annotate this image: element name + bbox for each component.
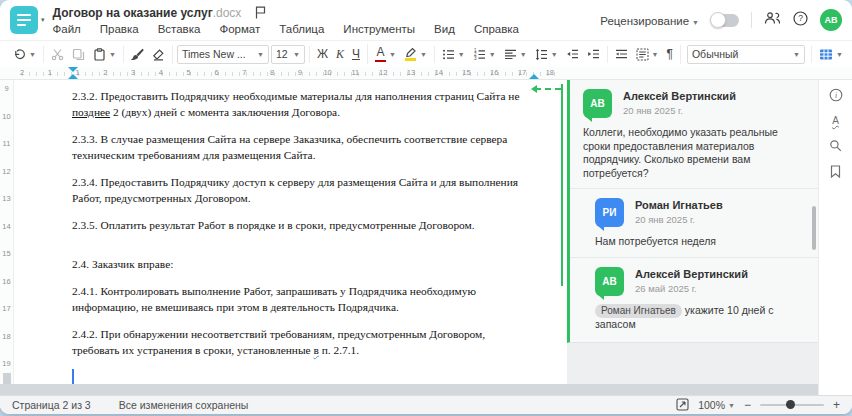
italic-button[interactable]: К: [333, 46, 347, 63]
highlight-color-button[interactable]: ▼: [401, 45, 430, 63]
menu-item-инструменты[interactable]: Инструменты: [343, 23, 415, 35]
comment-reply[interactable]: АВАлексей Вертинский26 май 2025 г.Роман …: [570, 257, 818, 340]
app-menu-caret-icon[interactable]: ▾: [41, 16, 45, 24]
favorite-flag-icon[interactable]: [255, 6, 266, 19]
ruler-number: 6: [210, 68, 222, 77]
chevron-down-icon: ▼: [520, 51, 527, 58]
comment-reply[interactable]: РИРоман Игнатьев20 янв 2025 г.Нам потреб…: [570, 188, 818, 257]
search-icon[interactable]: [829, 139, 842, 152]
paragraph-style-select[interactable]: Обычный▼: [687, 45, 805, 64]
comments-scrollbar[interactable]: [812, 206, 816, 250]
ruler-number: 12: [0, 167, 13, 176]
review-toggle[interactable]: [711, 14, 739, 27]
menu-item-вид[interactable]: Вид: [434, 23, 455, 35]
document-paragraph[interactable]: 2.3.5. Оплатить результат Работ в порядк…: [72, 217, 533, 233]
ruler-number: 2: [16, 68, 28, 77]
underline-button[interactable]: Ч: [349, 46, 363, 63]
review-mode-dropdown[interactable]: Рецензирование▼: [600, 11, 699, 29]
fit-page-icon[interactable]: [676, 398, 689, 413]
ruler-number: 11: [349, 68, 361, 77]
comment-thread[interactable]: АВАлексей Вертинский20 янв 2025 г.Коллег…: [567, 80, 818, 343]
user-avatar[interactable]: АВ: [820, 9, 842, 31]
left-indent-marker[interactable]: [68, 74, 78, 79]
table-button[interactable]: ▼: [816, 46, 846, 63]
ruler-number: 13: [0, 194, 13, 203]
numbered-list-button[interactable]: 123▼: [470, 46, 499, 63]
zoom-out-button[interactable]: −: [744, 398, 751, 412]
document-paragraph[interactable]: 2.3.4. Предоставить Подрядчику доступ к …: [72, 174, 533, 206]
copy-style-button[interactable]: [128, 46, 147, 63]
first-line-indent-marker[interactable]: [68, 67, 78, 72]
app-logo-icon[interactable]: [10, 6, 38, 34]
clear-style-button[interactable]: [149, 46, 168, 63]
vertical-ruler[interactable]: 91011121314151617181920: [0, 80, 14, 395]
save-status: Все изменения сохранены: [119, 399, 249, 411]
bullet-list-button[interactable]: ▼: [439, 46, 468, 63]
ruler-number: 16: [0, 277, 13, 286]
comment[interactable]: АВАлексей Вертинский20 янв 2025 г.Коллег…: [570, 80, 818, 188]
spellcheck-icon[interactable]: А: [832, 115, 839, 126]
chevron-down-icon: ▼: [793, 51, 800, 58]
undo-button[interactable]: ▼: [10, 46, 39, 63]
font-name-select[interactable]: Times New ...▼: [177, 45, 269, 64]
collaboration-users-icon[interactable]: [764, 11, 781, 29]
align-button[interactable]: ▼: [501, 46, 530, 63]
document-extension: .docx: [213, 6, 242, 20]
ruler-number: 14: [433, 68, 445, 77]
comment-text: Нам потребуется неделя: [595, 235, 806, 249]
zoom-in-button[interactable]: +: [833, 398, 840, 412]
comment-text: Коллеги, необходимо указать реальные сро…: [583, 126, 806, 180]
page-indicator[interactable]: Страница 2 из 3: [12, 399, 91, 411]
ruler-number: 9: [0, 84, 13, 93]
info-icon[interactable]: i: [829, 88, 843, 102]
line-spacing-button[interactable]: ▼: [532, 46, 561, 63]
document-page[interactable]: 2.3.2. Предоставить Подрядчику необходим…: [14, 80, 567, 395]
svg-text:i: i: [834, 91, 836, 100]
menu-item-вставка[interactable]: Вставка: [158, 23, 201, 35]
decrease-indent-button[interactable]: [563, 46, 582, 63]
menu-item-правка[interactable]: Правка: [100, 23, 139, 35]
zoom-slider[interactable]: [760, 404, 824, 406]
font-color-button[interactable]: А▼: [372, 44, 399, 65]
paste-button[interactable]: ▼: [90, 46, 119, 63]
comment-author: Роман Игнатьев: [635, 199, 723, 211]
chevron-down-icon: ▼: [257, 51, 264, 58]
document-paragraph[interactable]: 2.4.1. Контролировать выполнение Работ, …: [72, 283, 533, 315]
comment-avatar: АВ: [595, 267, 624, 296]
document-paragraph[interactable]: 2.4. Заказчик вправе:: [72, 256, 533, 272]
menu-item-таблица[interactable]: Таблица: [279, 23, 324, 35]
nonprinting-chars-button[interactable]: ¶: [664, 46, 676, 63]
document-paragraph[interactable]: 2.4.2. При обнаружении несоответствий тр…: [72, 326, 533, 358]
comment-date: 20 янв 2025 г.: [635, 214, 723, 225]
right-indent-marker[interactable]: [529, 74, 539, 79]
paragraph-spacing-button[interactable]: [612, 46, 631, 63]
menu-item-справка[interactable]: Справка: [474, 23, 519, 35]
font-size-select[interactable]: 12▼: [271, 45, 305, 64]
zoom-slider-thumb[interactable]: [786, 400, 795, 409]
paragraph-borders-button[interactable]: ▼: [633, 46, 662, 63]
ruler-number: 16: [488, 68, 500, 77]
bold-button[interactable]: Ж: [314, 46, 331, 63]
menu-item-формат[interactable]: Формат: [219, 23, 260, 35]
zoom-level-dropdown[interactable]: 100%▼: [698, 399, 735, 411]
comment-connector-arrow-icon: [531, 85, 537, 93]
bookmark-icon[interactable]: [830, 165, 841, 178]
comment-connector-line: [535, 88, 561, 90]
mention-chip[interactable]: Роман Игнатьев: [595, 304, 682, 319]
increase-indent-button[interactable]: [584, 46, 603, 63]
copy-button[interactable]: [69, 46, 88, 63]
document-paragraph[interactable]: 2.3.2. Предоставить Подрядчику необходим…: [72, 88, 533, 120]
chevron-down-icon: ▼: [692, 19, 699, 26]
ruler-number: 18: [544, 68, 556, 77]
comment-author: Алексей Вертинский: [623, 90, 736, 102]
cut-button[interactable]: [48, 46, 67, 63]
document-title: Договор на оказание услуг: [53, 6, 213, 20]
image-button[interactable]: [848, 46, 852, 63]
horizontal-ruler[interactable]: 21123456789101112131415161718: [0, 67, 852, 80]
chevron-down-icon: ▼: [652, 51, 659, 58]
document-paragraph[interactable]: 2.3.3. В случае размещения Сайта на серв…: [72, 131, 533, 163]
help-icon[interactable]: ?: [793, 11, 808, 30]
ruler-number: 1: [44, 68, 56, 77]
menu-item-файл[interactable]: Файл: [53, 23, 81, 35]
chevron-down-icon: ▼: [836, 51, 843, 58]
